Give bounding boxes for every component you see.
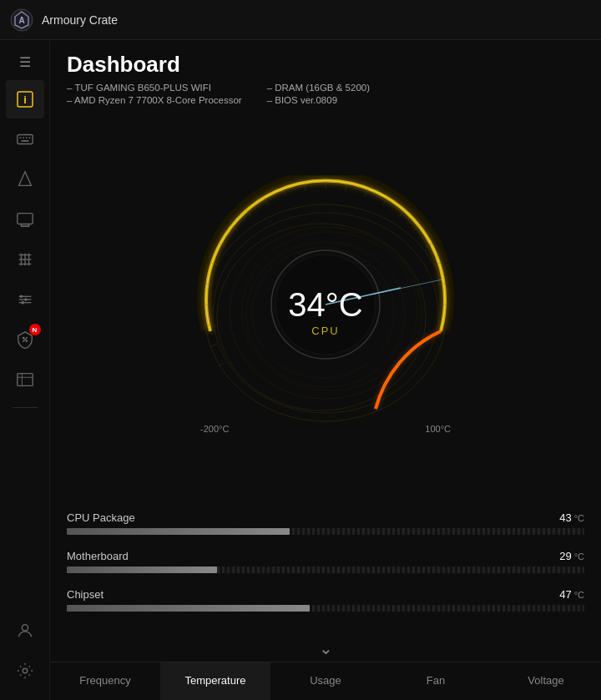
tab-voltage[interactable]: Voltage bbox=[491, 662, 601, 700]
svg-point-23 bbox=[19, 295, 23, 299]
sensor-bar-motherboard bbox=[67, 567, 584, 573]
main-layout: ☰ i bbox=[0, 40, 601, 700]
gauge-label: CPU bbox=[288, 325, 362, 337]
svg-point-25 bbox=[21, 301, 24, 305]
spec-dram: – DRAM (16GB & 5200) bbox=[267, 83, 370, 93]
fanxpert-icon bbox=[16, 250, 34, 269]
sidebar-item-settings[interactable] bbox=[6, 652, 44, 690]
gauge-min-label: -200°C bbox=[200, 424, 229, 434]
keyboard-icon bbox=[16, 130, 34, 149]
content-area: Dashboard – TUF GAMING B650-PLUS WIFI – … bbox=[50, 40, 601, 700]
menu-icon: ☰ bbox=[19, 54, 31, 70]
gauge-area: 34°C CPU -200°C 100°C bbox=[50, 113, 601, 511]
sidebar-item-aura[interactable] bbox=[6, 160, 44, 199]
sensor-bar-cpu-package bbox=[67, 528, 584, 535]
svg-text:A: A bbox=[18, 16, 24, 25]
gauge-max-label: 100°C bbox=[425, 424, 451, 434]
sidebar-item-user[interactable] bbox=[6, 612, 44, 650]
info-icon: i bbox=[15, 89, 35, 109]
settings-icon bbox=[16, 662, 34, 680]
title-bar: A Armoury Crate bbox=[0, 0, 601, 40]
tab-frequency[interactable]: Frequency bbox=[50, 662, 160, 700]
sensor-fill-motherboard bbox=[67, 567, 217, 573]
menu-button[interactable]: ☰ bbox=[8, 47, 42, 77]
sidebar-bottom bbox=[6, 612, 44, 700]
svg-point-24 bbox=[24, 298, 28, 301]
sensor-value-cpu-package: 43 °C bbox=[559, 511, 584, 524]
sidebar-item-gamevisual[interactable] bbox=[6, 200, 44, 239]
sensor-fill-chipset bbox=[67, 605, 310, 612]
sensor-value-motherboard: 29 °C bbox=[559, 550, 584, 562]
specs-icon bbox=[16, 370, 34, 389]
gauge-temperature: 34°C bbox=[288, 288, 362, 321]
spec-motherboard: – TUF GAMING B650-PLUS WIFI bbox=[67, 83, 242, 93]
spec-cpu: – AMD Ryzen 7 7700X 8-Core Processor bbox=[67, 95, 242, 105]
sensor-bar-chipset bbox=[67, 605, 584, 612]
sensor-row-cpu-package: CPU Package 43 °C bbox=[67, 511, 584, 535]
spec-bios: – BIOS ver.0809 bbox=[267, 95, 370, 105]
bottom-tabs: Frequency Temperature Usage Fan Voltage bbox=[50, 662, 601, 700]
svg-line-44 bbox=[210, 344, 217, 346]
specs-col-1: – TUF GAMING B650-PLUS WIFI – AMD Ryzen … bbox=[67, 83, 242, 105]
user-icon bbox=[16, 622, 34, 640]
svg-point-28 bbox=[25, 340, 28, 342]
sidebar-item-deals[interactable]: N bbox=[6, 320, 44, 359]
sidebar-item-keyboard[interactable] bbox=[6, 120, 44, 159]
aura-icon bbox=[16, 170, 34, 189]
tab-usage[interactable]: Usage bbox=[270, 662, 381, 700]
sidebar-divider bbox=[13, 407, 38, 408]
svg-text:i: i bbox=[23, 93, 27, 106]
sensor-row-motherboard: Motherboard 29 °C bbox=[67, 550, 584, 573]
specs-info: – TUF GAMING B650-PLUS WIFI – AMD Ryzen … bbox=[67, 83, 584, 105]
sidebar-item-info[interactable]: i bbox=[6, 80, 44, 118]
svg-point-26 bbox=[22, 337, 24, 340]
gamevisual-icon bbox=[16, 210, 34, 229]
gauge-container: 34°C CPU -200°C 100°C bbox=[167, 175, 484, 451]
tools-icon bbox=[16, 290, 34, 309]
svg-rect-5 bbox=[17, 135, 32, 144]
sidebar: ☰ i bbox=[0, 40, 50, 700]
deals-badge: N bbox=[29, 324, 41, 335]
specs-col-2: – DRAM (16GB & 5200) – BIOS ver.0809 bbox=[267, 83, 370, 105]
sidebar-item-specs[interactable] bbox=[6, 360, 44, 399]
app-title: Armoury Crate bbox=[42, 13, 118, 27]
sensor-name-motherboard: Motherboard bbox=[67, 550, 129, 562]
tab-fan[interactable]: Fan bbox=[381, 662, 491, 700]
sidebar-item-fanxpert[interactable] bbox=[6, 240, 44, 279]
chevron-down-icon[interactable]: ⌄ bbox=[319, 638, 333, 658]
sensor-fill-cpu-package bbox=[67, 528, 290, 535]
svg-point-32 bbox=[22, 625, 28, 631]
tab-temperature[interactable]: Temperature bbox=[160, 662, 270, 700]
page-title: Dashboard bbox=[67, 52, 584, 78]
dashboard-header: Dashboard – TUF GAMING B650-PLUS WIFI – … bbox=[50, 40, 601, 113]
sidebar-item-tools[interactable] bbox=[6, 280, 44, 319]
sensors-area: CPU Package 43 °C Motherboard 29 °C bbox=[50, 511, 601, 635]
svg-rect-12 bbox=[17, 214, 32, 224]
svg-line-66 bbox=[371, 279, 442, 295]
sensor-name-cpu-package: CPU Package bbox=[67, 511, 135, 524]
svg-point-33 bbox=[23, 668, 28, 673]
svg-line-43 bbox=[219, 362, 226, 366]
chevron-area: ⌄ bbox=[50, 635, 601, 662]
app-logo: A bbox=[10, 8, 33, 32]
gauge-center: 34°C CPU bbox=[288, 288, 362, 337]
sensor-row-chipset: Chipset 47 °C bbox=[67, 588, 584, 612]
sensor-value-chipset: 47 °C bbox=[559, 588, 584, 601]
sensor-name-chipset: Chipset bbox=[67, 588, 104, 601]
svg-rect-29 bbox=[17, 374, 32, 386]
svg-marker-11 bbox=[18, 172, 31, 186]
